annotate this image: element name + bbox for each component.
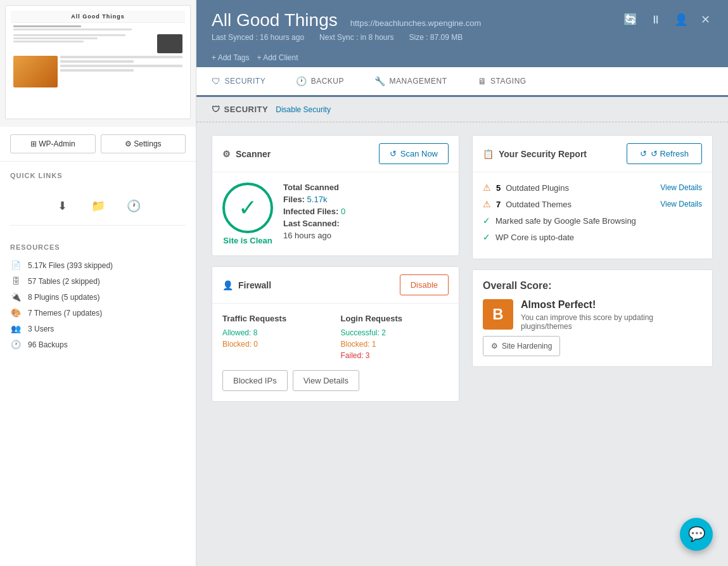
- tab-management[interactable]: 🔧 MANAGEMENT: [359, 67, 463, 97]
- disable-security-link[interactable]: Disable Security: [276, 105, 331, 114]
- history-icon[interactable]: 🕐: [122, 195, 145, 217]
- tab-backup[interactable]: 🕐 BACKUP: [281, 67, 359, 97]
- infected-value: 0: [341, 207, 345, 216]
- resource-item[interactable]: 🔌8 Plugins (5 updates): [10, 289, 186, 305]
- login-successful: Successful: 2: [341, 328, 449, 337]
- security-report-header: 📋 Your Security Report ↺ ↺ Refresh: [473, 136, 712, 172]
- last-scanned-label: Last Scanned:: [283, 219, 340, 228]
- right-panel: 📋 Your Security Report ↺ ↺ Refresh ⚠ 5 O…: [472, 135, 713, 553]
- site-url[interactable]: https://beachlunches.wpengine.com: [350, 18, 482, 28]
- resource-item[interactable]: 🎨7 Themes (7 updates): [10, 305, 186, 321]
- report-item-themes: ⚠ 7 Outdated Themes View Details: [483, 199, 702, 209]
- resource-item[interactable]: 🕐96 Backups: [10, 337, 186, 352]
- resource-label: 3 Users: [28, 325, 54, 333]
- tab-staging[interactable]: 🖥 STAGING: [463, 67, 542, 97]
- sidebar-action-buttons: ⊞ WP-Admin ⚙ Settings: [0, 127, 196, 162]
- score-card-body: Overall Score: B Almost Perfect! You can…: [473, 270, 712, 366]
- scanner-status: ✓ Site is Clean: [222, 183, 273, 245]
- scanner-status-label: Site is Clean: [223, 236, 272, 245]
- management-tab-icon: 🔧: [374, 76, 386, 86]
- firewall-card: 👤 Firewall Disable Traffic Requests Allo…: [212, 266, 459, 402]
- scanner-title: ⚙ Scanner: [222, 149, 271, 159]
- backup-tab-icon: 🕐: [296, 76, 307, 86]
- resource-icon: 🔌: [10, 292, 22, 302]
- folder-icon[interactable]: 📁: [87, 195, 110, 217]
- blocked-ips-button[interactable]: Blocked IPs: [222, 370, 288, 391]
- resource-icon: 🕐: [10, 340, 22, 349]
- scanner-card-header: ⚙ Scanner ↺ Scan Now: [212, 136, 459, 172]
- scanner-details: Total Scanned Files: 5.17k Infected File…: [283, 183, 449, 245]
- tab-security-label: SECURITY: [225, 77, 266, 86]
- resource-item[interactable]: 🗄57 Tables (2 skipped): [10, 273, 186, 289]
- plugins-label: Outdated Plugins: [506, 183, 655, 193]
- resource-icon: 🎨: [10, 308, 22, 318]
- add-client-link[interactable]: + Add Client: [257, 53, 298, 62]
- total-scanned-label: Total Scanned: [283, 183, 339, 192]
- scan-now-button[interactable]: ↺ Scan Now: [379, 143, 449, 164]
- score-heading: Overall Score:: [483, 280, 702, 292]
- user-icon-button[interactable]: 👤: [672, 10, 691, 29]
- site-hardening-button[interactable]: ⚙ Site Hardening: [483, 336, 560, 356]
- refresh-label: ↺ Refresh: [651, 149, 689, 158]
- security-tab-icon: 🛡: [212, 76, 221, 86]
- score-grade-title: Almost Perfect!: [521, 299, 702, 311]
- login-title: Login Requests: [341, 314, 449, 323]
- quick-links-title: QUICK LINKS: [10, 172, 186, 179]
- traffic-allowed: Allowed: 8: [222, 328, 331, 337]
- resource-label: 8 Plugins (5 updates): [28, 293, 99, 302]
- settings-button[interactable]: ⚙ Settings: [101, 134, 186, 153]
- scanner-title-text: Scanner: [236, 149, 271, 159]
- close-icon-button[interactable]: ✕: [698, 10, 713, 29]
- score-description: You can improve this score by updating p…: [521, 313, 702, 331]
- login-col: Login Requests Successful: 2 Blocked: 1 …: [341, 314, 449, 363]
- scanner-check-icon: ✓: [238, 195, 257, 221]
- scan-now-icon: ↺: [390, 149, 397, 158]
- site-size: Size : 87.09 MB: [409, 33, 463, 42]
- wp-admin-button[interactable]: ⊞ WP-Admin: [10, 134, 96, 153]
- security-report-card: 📋 Your Security Report ↺ ↺ Refresh ⚠ 5 O…: [472, 135, 713, 259]
- resource-icon: 👥: [10, 324, 22, 333]
- firewall-grid: Traffic Requests Allowed: 8 Blocked: 0 L…: [222, 314, 449, 363]
- hardening-label: Site Hardening: [502, 342, 552, 351]
- plugins-view-details[interactable]: View Details: [660, 183, 702, 192]
- infected-label: Infected Files:: [283, 207, 341, 216]
- main-panel: All Good Things https://beachlunches.wpe…: [196, 0, 728, 566]
- site-preview: All Good Things: [0, 0, 196, 127]
- score-badge: B: [483, 299, 513, 330]
- resources-title: RESOURCES: [10, 243, 186, 251]
- security-bar-icon: 🛡: [212, 105, 220, 114]
- resource-label: 5.17k Files (393 skipped): [28, 261, 113, 270]
- hardening-icon: ⚙: [491, 342, 498, 351]
- scanner-body: ✓ Site is Clean Total Scanned Files: 5.1…: [212, 172, 459, 255]
- resources-section: RESOURCES 📄5.17k Files (393 skipped)🗄57 …: [0, 236, 196, 360]
- tab-security[interactable]: 🛡 SECURITY: [196, 67, 281, 97]
- site-tags: + Add Tags + Add Client: [212, 48, 713, 67]
- sync-icon-button[interactable]: 🔄: [621, 10, 640, 29]
- add-tags-link[interactable]: + Add Tags: [212, 53, 250, 62]
- resource-label: 7 Themes (7 updates): [28, 309, 102, 318]
- firewall-disable-button[interactable]: Disable: [400, 274, 449, 295]
- refresh-button[interactable]: ↺ ↺ Refresh: [627, 143, 702, 164]
- left-panel: ⚙ Scanner ↺ Scan Now ✓ Site is Clean: [212, 135, 459, 553]
- download-icon[interactable]: ⬇: [51, 195, 74, 217]
- firewall-view-details-button[interactable]: View Details: [293, 370, 359, 391]
- themes-view-details[interactable]: View Details: [660, 200, 702, 209]
- security-report-title: 📋 Your Security Report: [483, 149, 587, 159]
- content-area: ⚙ Scanner ↺ Scan Now ✓ Site is Clean: [196, 122, 728, 566]
- resource-icon: 🗄: [10, 276, 22, 286]
- security-bar-label: 🛡 SECURITY: [212, 105, 268, 114]
- resources-list: 📄5.17k Files (393 skipped)🗄57 Tables (2 …: [10, 257, 186, 352]
- resource-item[interactable]: 👥3 Users: [10, 321, 186, 337]
- resource-item[interactable]: 📄5.17k Files (393 skipped): [10, 257, 186, 273]
- wp-core-label: WP Core is upto-date: [495, 233, 702, 242]
- traffic-blocked: Blocked: 0: [222, 340, 331, 349]
- preview-site-name: All Good Things: [11, 11, 185, 23]
- security-report-title-text: Your Security Report: [499, 149, 587, 159]
- login-blocked: Blocked: 1: [341, 340, 449, 349]
- themes-count: 7: [496, 200, 501, 209]
- chat-fab-button[interactable]: 💬: [680, 518, 713, 551]
- report-item-plugins: ⚠ 5 Outdated Plugins View Details: [483, 183, 702, 193]
- tab-staging-label: STAGING: [490, 77, 527, 86]
- last-synced: Last Synced : 16 hours ago: [212, 33, 304, 42]
- pause-icon-button[interactable]: ⏸: [648, 11, 664, 29]
